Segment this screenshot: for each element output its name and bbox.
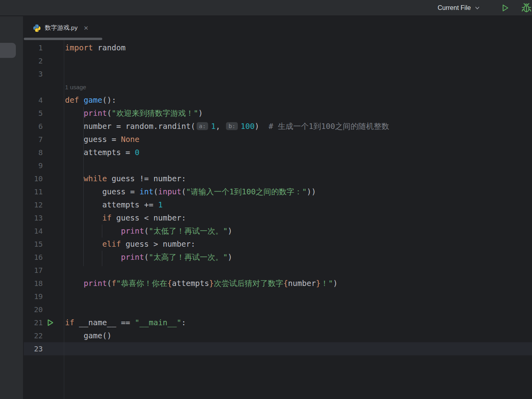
code-line-row[interactable]: 4def game():: [24, 94, 532, 107]
token-fn: game: [84, 96, 102, 105]
code-line-row[interactable]: 22 game(): [24, 329, 532, 342]
code-line-row[interactable]: 17: [24, 264, 532, 277]
code-line-row[interactable]: 13 if guess < number:: [24, 211, 532, 224]
line-number: 17: [24, 264, 43, 277]
token-str: "请输入一个1到100之间的数字：": [186, 187, 306, 196]
token-str: "太高了！再试一次。": [149, 253, 228, 262]
line-number: 13: [24, 211, 43, 224]
code-line-row[interactable]: 19: [24, 290, 532, 303]
token-kw: def: [65, 96, 84, 105]
usage-hint[interactable]: 1 usage: [65, 81, 86, 94]
token-num: 1: [158, 200, 163, 209]
token-pl: [65, 213, 102, 223]
code-text[interactable]: attempts += 1: [65, 198, 163, 211]
code-text[interactable]: def game():: [65, 94, 116, 107]
token-pl: ():: [102, 96, 116, 105]
code-line-row[interactable]: 15 elif guess > number:: [24, 238, 532, 251]
code-text[interactable]: print(f"恭喜你！你在{attempts}次尝试后猜对了数字{number…: [65, 277, 338, 290]
run-button[interactable]: [500, 3, 510, 13]
line-number: 14: [24, 224, 43, 238]
editor-tab[interactable]: 数字游戏.py ✕: [24, 16, 102, 40]
run-gutter-icon[interactable]: [46, 318, 54, 327]
token-pl: )): [307, 187, 316, 196]
code-line-row[interactable]: 3: [24, 67, 532, 81]
line-number: 19: [24, 290, 43, 303]
chevron-down-icon: [474, 5, 480, 11]
code-line-row[interactable]: 11 guess = int(input("请输入一个1到100之间的数字：")…: [24, 185, 532, 198]
stripe-active-button[interactable]: [0, 43, 16, 58]
token-kw: if: [102, 213, 111, 223]
code-text[interactable]: attempts = 0: [65, 146, 140, 159]
token-pl: guess =: [65, 135, 121, 144]
code-line-row[interactable]: 16 print("太高了！再试一次。"): [24, 251, 532, 264]
code-text[interactable]: while guess != number:: [65, 172, 186, 185]
code-line-row[interactable]: 7 guess = None: [24, 133, 532, 146]
token-pl: (: [107, 279, 112, 288]
code-line-row[interactable]: 23: [24, 342, 532, 355]
token-num: 1: [211, 122, 216, 131]
token-pl: __name__ ==: [74, 318, 135, 327]
parameter-hint-inlay: b:: [226, 122, 237, 130]
token-kw: while: [84, 174, 107, 183]
code-line-row[interactable]: 21if __name__ == "__main__":: [24, 316, 532, 329]
code-line-row[interactable]: 9: [24, 159, 532, 172]
play-icon: [503, 5, 508, 11]
code-line-row[interactable]: 1 usage: [24, 81, 532, 94]
line-number: 2: [24, 54, 43, 67]
python-file-icon: [33, 24, 41, 33]
code-line-row[interactable]: 6 number = random.randint(a:1, b:100) # …: [24, 120, 532, 133]
code-text[interactable]: print("太低了！再试一次。"): [65, 224, 232, 238]
token-pl: (: [144, 226, 149, 236]
token-pl: (: [182, 187, 186, 196]
code-text[interactable]: number = random.randint(a:1, b:100) # 生成…: [65, 120, 389, 133]
token-br: }: [316, 279, 321, 288]
line-number: 16: [24, 251, 43, 264]
code-text[interactable]: if __name__ == "__main__":: [65, 316, 186, 329]
code-text[interactable]: game(): [65, 329, 111, 342]
token-call: input: [158, 187, 182, 196]
token-kw: elif: [102, 240, 121, 249]
line-number: 10: [24, 172, 43, 185]
code-text[interactable]: elif guess > number:: [65, 238, 195, 251]
code-text[interactable]: print("欢迎来到猜数字游戏！"): [65, 107, 203, 120]
token-num: 0: [135, 148, 140, 157]
token-pl: random: [93, 43, 125, 52]
code-line-row[interactable]: 20: [24, 303, 532, 316]
code-line-row[interactable]: 5 print("欢迎来到猜数字游戏！"): [24, 107, 532, 120]
parameter-hint-inlay: a:: [197, 122, 208, 130]
token-pl: ): [333, 279, 338, 288]
code-text[interactable]: import random: [65, 41, 126, 54]
code-text[interactable]: if guess < number:: [65, 211, 186, 224]
line-number: 5: [24, 107, 43, 120]
code-text[interactable]: guess = int(input("请输入一个1到100之间的数字：")): [65, 185, 316, 198]
code-line-row[interactable]: 2: [24, 54, 532, 67]
code-line-row[interactable]: 10 while guess != number:: [24, 172, 532, 185]
code-line-row[interactable]: 8 attempts = 0: [24, 146, 532, 159]
code-editor[interactable]: 1import random231 usage4def game():5 pri…: [24, 40, 532, 399]
code-text[interactable]: guess = None: [65, 133, 140, 146]
token-str: 次尝试后猜对了数字: [214, 279, 283, 288]
token-str: ！": [321, 279, 333, 288]
line-number: 1: [24, 41, 43, 54]
run-configuration-selector[interactable]: Current File: [438, 0, 480, 16]
code-line-row[interactable]: 12 attempts += 1: [24, 198, 532, 211]
token-pl: number: [288, 279, 316, 288]
token-num: 100: [241, 122, 255, 131]
line-number: 4: [24, 94, 43, 107]
token-str: "恭喜你！你在: [116, 279, 167, 288]
code-text[interactable]: print("太高了！再试一次。"): [65, 251, 232, 264]
line-number: 6: [24, 120, 43, 133]
bug-icon: [522, 4, 531, 12]
line-number: 7: [24, 133, 43, 146]
tab-close-button[interactable]: ✕: [84, 25, 89, 31]
token-pl: attempts =: [65, 148, 135, 157]
code-line-row[interactable]: 1import random: [24, 41, 532, 54]
tool-window-stripe: [0, 16, 23, 399]
token-str: "__main__": [135, 318, 181, 327]
token-fn: int: [140, 187, 153, 196]
code-line-row[interactable]: 18 print(f"恭喜你！你在{attempts}次尝试后猜对了数字{num…: [24, 277, 532, 290]
line-number: 15: [24, 238, 43, 251]
code-line-row[interactable]: 14 print("太低了！再试一次。"): [24, 224, 532, 238]
token-pl: :: [182, 318, 186, 327]
debug-button[interactable]: [521, 2, 532, 14]
